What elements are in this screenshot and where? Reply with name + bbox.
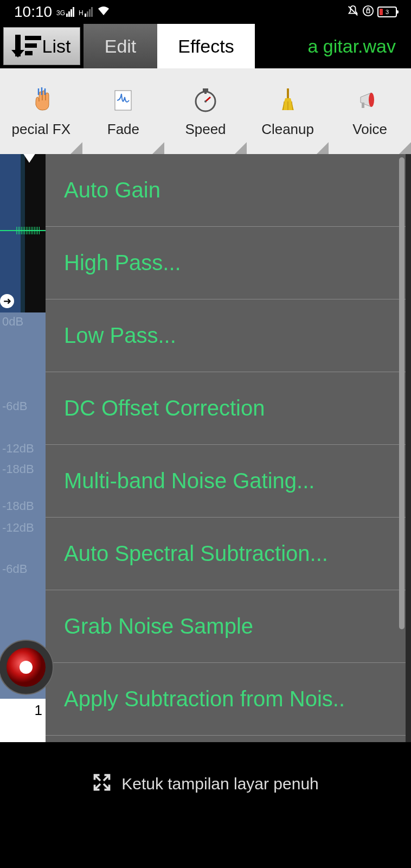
clock: 10:10 xyxy=(14,3,52,21)
waveform-line xyxy=(0,230,46,231)
fade-icon xyxy=(108,85,138,114)
fullscreen-hint[interactable]: Ketuk tampilan layar penuh xyxy=(0,765,411,803)
status-right: 3 xyxy=(347,5,397,20)
svg-rect-17 xyxy=(84,831,97,844)
broom-icon xyxy=(273,85,303,114)
nav-recent[interactable] xyxy=(79,826,101,850)
tool-label: Cleanup xyxy=(261,121,314,138)
nav-home[interactable] xyxy=(194,825,217,851)
tab-edit[interactable]: Edit xyxy=(84,24,157,68)
svg-point-12 xyxy=(369,93,374,107)
sort-icon xyxy=(13,33,40,60)
svg-point-18 xyxy=(196,828,215,846)
svg-rect-8 xyxy=(287,88,289,98)
megaphone-icon xyxy=(355,85,384,114)
nav-back[interactable] xyxy=(310,826,332,850)
menu-grab-noise[interactable]: Grab Noise Sample xyxy=(46,590,406,663)
svg-rect-4 xyxy=(203,88,208,92)
effects-toolbar: pecial FX Fade Speed Cleanup Voice xyxy=(0,68,411,154)
fullscreen-hint-label: Ketuk tampilan layar penuh xyxy=(121,775,319,793)
db-label: -12dB xyxy=(2,521,34,535)
tool-voice[interactable]: Voice xyxy=(329,68,411,154)
tab-bar: List Edit Effects a gitar.wav xyxy=(0,24,411,68)
svg-point-0 xyxy=(363,5,373,15)
wifi-icon xyxy=(97,5,110,19)
tool-label: Speed xyxy=(185,121,226,138)
battery-icon: 3 xyxy=(377,7,397,17)
tool-cleanup[interactable]: Cleanup xyxy=(247,68,329,154)
timeline-ruler: 1 xyxy=(0,699,46,742)
db-label: -18dB xyxy=(2,499,34,513)
tab-edit-label: Edit xyxy=(105,36,137,57)
network-indicator-2: H xyxy=(79,7,93,17)
db-label: 0dB xyxy=(2,315,23,329)
svg-point-16 xyxy=(20,661,33,674)
content-area: ➜ 0dB -6dB -12dB -18dB -18dB -12dB -6dB … xyxy=(0,154,411,742)
db-label: -12dB xyxy=(2,442,34,456)
tab-list[interactable]: List xyxy=(3,27,80,65)
menu-auto-gain[interactable]: Auto Gain xyxy=(46,154,406,227)
lock-rotation-icon xyxy=(362,5,374,20)
menu-low-pass[interactable]: Low Pass... xyxy=(46,299,406,372)
tool-label: pecial FX xyxy=(12,121,70,138)
waveform-strip: ➜ xyxy=(0,154,46,312)
mute-icon xyxy=(347,5,359,20)
tool-label: Voice xyxy=(352,121,387,138)
db-label: -6dB xyxy=(2,399,27,413)
tool-special-fx[interactable]: pecial FX xyxy=(0,68,82,154)
tool-fade[interactable]: Fade xyxy=(82,68,165,154)
svg-rect-1 xyxy=(367,10,370,13)
filename-label: a gitar.wav xyxy=(255,24,411,68)
tool-speed[interactable]: Speed xyxy=(164,68,247,154)
db-label: -18dB xyxy=(2,462,34,476)
svg-rect-13 xyxy=(362,103,364,108)
region-handle[interactable]: ➜ xyxy=(0,294,14,308)
status-bar: 10:10 3G H 3 xyxy=(0,0,411,24)
menu-apply-subtraction[interactable]: Apply Subtraction from Nois.. xyxy=(46,663,406,736)
tab-effects-label: Effects xyxy=(178,36,234,57)
playhead-marker[interactable] xyxy=(23,154,36,163)
tool-label: Fade xyxy=(107,121,139,138)
svg-rect-5 xyxy=(204,92,207,94)
record-button[interactable] xyxy=(0,638,55,697)
scrollbar[interactable] xyxy=(399,157,404,629)
network-indicator-1: 3G xyxy=(56,7,74,17)
expand-icon xyxy=(92,773,112,796)
tab-list-label: List xyxy=(42,36,71,57)
hand-icon xyxy=(27,85,56,114)
menu-noise-gating[interactable]: Multi-band Noise Gating... xyxy=(46,445,406,518)
status-left: 10:10 3G H xyxy=(14,3,110,21)
menu-dc-offset[interactable]: DC Offset Correction xyxy=(46,372,406,445)
menu-high-pass[interactable]: High Pass... xyxy=(46,227,406,299)
db-label: -6dB xyxy=(2,562,27,576)
nav-bar xyxy=(0,819,411,857)
tab-effects[interactable]: Effects xyxy=(157,24,255,68)
stopwatch-icon xyxy=(191,85,220,114)
effects-menu[interactable]: Auto Gain High Pass... Low Pass... DC Of… xyxy=(46,154,406,742)
svg-point-7 xyxy=(204,100,207,103)
menu-spectral-subtraction[interactable]: Auto Spectral Subtraction... xyxy=(46,518,406,590)
